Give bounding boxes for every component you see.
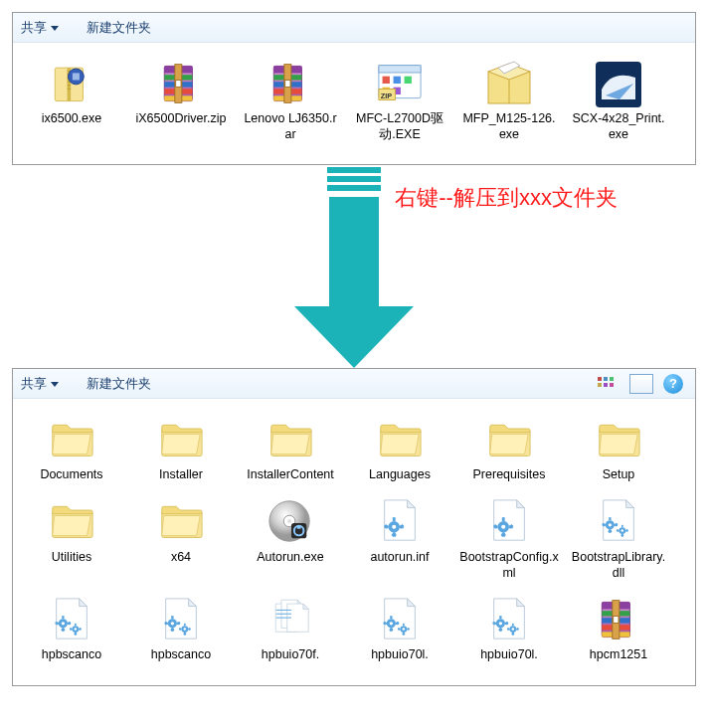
file-item[interactable]: iX6500Driver.zip xyxy=(126,59,236,142)
file-item[interactable]: InstallerContent xyxy=(236,415,345,483)
file-item[interactable]: ix6500.exe xyxy=(17,59,126,142)
folder-icon xyxy=(46,499,97,546)
file-label: Autorun.exe xyxy=(257,550,323,566)
new-folder-button[interactable]: 新建文件夹 xyxy=(87,19,151,37)
rar-icon xyxy=(597,596,640,646)
file-label: autorun.inf xyxy=(370,550,429,566)
file-item[interactable]: hpbuio70l. xyxy=(345,595,454,663)
arrow-diagram: 右键--解压到xxx文件夹 xyxy=(12,163,696,372)
file-item[interactable]: Autorun.exe xyxy=(236,497,345,581)
help-button[interactable]: ? xyxy=(663,374,683,394)
annotation-text: 右键--解压到xxx文件夹 xyxy=(395,183,618,213)
inf-icon xyxy=(377,498,423,547)
file-label: MFP_M125-126.exe xyxy=(459,111,559,142)
file-item[interactable]: BootstrapConfig.xml xyxy=(454,497,564,581)
file-item[interactable]: BootstrapLibrary.dll xyxy=(564,497,673,581)
folder-icon xyxy=(46,418,97,464)
box-exe-icon xyxy=(484,60,534,110)
file-item[interactable]: hpbscanco xyxy=(17,595,126,663)
file-label: hpbuio70f. xyxy=(262,647,319,663)
file-label: Documents xyxy=(40,467,102,483)
share-label: 共享 xyxy=(21,19,47,37)
file-label: Languages xyxy=(369,467,431,483)
file-label: hpbscanco xyxy=(42,647,101,663)
disc-icon xyxy=(266,497,314,548)
zip-yellow-icon xyxy=(50,60,93,110)
folder-icon xyxy=(155,418,207,464)
file-label: Prerequisites xyxy=(473,467,546,483)
file-item[interactable]: Languages xyxy=(345,415,454,483)
file-item[interactable]: SCX-4x28_Print.exe xyxy=(564,59,673,142)
new-folder-label: 新建文件夹 xyxy=(87,19,151,37)
folder-icon xyxy=(593,418,644,464)
file-label: hpbuio70l. xyxy=(371,647,429,663)
file-label: InstallerContent xyxy=(247,467,334,483)
file-item[interactable]: MFC-L2700D驱动.EXE xyxy=(345,59,454,142)
explorer-panel-source: 共享 新建文件夹 ix6500.exe iX6500Driver.zip Len… xyxy=(12,12,696,165)
file-label: Utilities xyxy=(52,550,91,566)
dll-icon xyxy=(596,498,641,547)
toolbar: 共享 新建文件夹 xyxy=(13,13,695,43)
down-arrow-icon xyxy=(322,167,386,368)
toolbar: 共享 新建文件夹 ? xyxy=(13,369,695,399)
file-item[interactable]: autorun.inf xyxy=(345,497,454,581)
folder-icon xyxy=(374,418,426,464)
file-label: iX6500Driver.zip xyxy=(135,111,226,127)
window-exe-icon xyxy=(375,62,425,108)
file-item[interactable]: Documents xyxy=(17,415,126,483)
file-label: Installer xyxy=(159,467,203,483)
explorer-panel-extracted: 共享 新建文件夹 ? Documents Installer Installer… xyxy=(12,368,696,686)
file-label: hpcm1251 xyxy=(590,647,647,663)
file-label: Lenovo LJ6350.rar xyxy=(241,111,340,142)
file-grid: Documents Installer InstallerContent Lan… xyxy=(13,399,695,685)
file-label: BootstrapConfig.xml xyxy=(459,550,559,581)
blue-exe-icon xyxy=(594,59,643,111)
share-button[interactable]: 共享 xyxy=(21,375,59,393)
file-item[interactable]: Installer xyxy=(126,415,236,483)
file-label: hpbuio70l. xyxy=(480,647,538,663)
file-grid: ix6500.exe iX6500Driver.zip Lenovo LJ635… xyxy=(13,43,695,164)
file-item[interactable]: hpbuio70f. xyxy=(236,595,345,663)
folder-icon xyxy=(155,499,207,546)
toolbar-right: ? xyxy=(596,374,687,394)
dll-icon xyxy=(377,597,423,645)
folder-icon xyxy=(265,418,316,464)
file-label: Setup xyxy=(603,467,635,483)
file-label: MFC-L2700D驱动.EXE xyxy=(350,111,449,142)
file-item[interactable]: hpbuio70l. xyxy=(454,595,564,663)
rar-icon xyxy=(159,60,203,110)
xml-icon xyxy=(486,498,532,547)
dll-icon xyxy=(158,597,204,645)
file-label: ix6500.exe xyxy=(42,111,101,127)
file-label: BootstrapLibrary.dll xyxy=(569,550,668,581)
file-label: SCX-4x28_Print.exe xyxy=(569,111,668,142)
file-item[interactable]: x64 xyxy=(126,497,236,581)
chevron-down-icon xyxy=(51,382,59,387)
file-item[interactable]: MFP_M125-126.exe xyxy=(454,59,564,142)
share-label: 共享 xyxy=(21,375,47,393)
multi-icon xyxy=(266,596,314,646)
view-options-button[interactable] xyxy=(596,374,620,394)
new-folder-button[interactable]: 新建文件夹 xyxy=(87,375,151,393)
file-item[interactable]: Utilities xyxy=(17,497,126,581)
dll-icon xyxy=(486,597,532,645)
file-item[interactable]: Lenovo LJ6350.rar xyxy=(236,59,345,142)
file-item[interactable]: hpcm1251 xyxy=(564,595,673,663)
file-label: x64 xyxy=(171,550,191,566)
preview-pane-button[interactable] xyxy=(629,374,653,394)
file-item[interactable]: hpbscanco xyxy=(126,595,236,663)
rar-icon xyxy=(268,60,312,110)
folder-icon xyxy=(483,418,535,464)
file-item[interactable]: Prerequisites xyxy=(454,415,564,483)
dll-icon xyxy=(49,597,94,645)
chevron-down-icon xyxy=(51,26,59,31)
share-button[interactable]: 共享 xyxy=(21,19,59,37)
file-label: hpbscanco xyxy=(151,647,211,663)
file-item[interactable]: Setup xyxy=(564,415,673,483)
new-folder-label: 新建文件夹 xyxy=(87,375,151,393)
